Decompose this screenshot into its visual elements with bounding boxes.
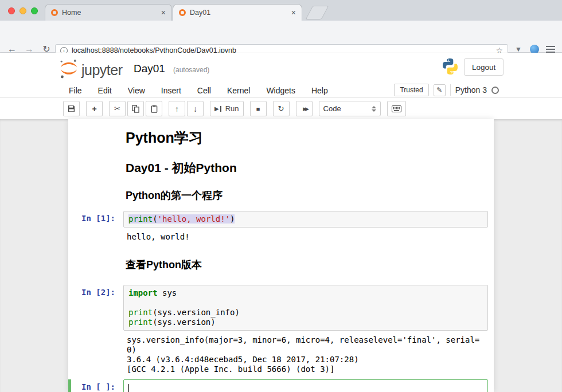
restart-run-all-button[interactable]: ▶▶ [296,101,313,116]
menu-file[interactable]: File [69,86,82,95]
edit-mode-pencil-icon: ✎ [434,84,446,96]
zoom-window-button[interactable] [31,7,38,14]
trusted-badge[interactable]: Trusted [394,84,428,96]
markdown-cell-h2[interactable]: Day01 - 初始Python [68,160,494,175]
step-bar-icon [220,106,221,112]
move-cell-up-button[interactable]: ↑ [169,101,185,116]
cell-output: sys.version_info(major=3, minor=6, micro… [123,335,480,374]
code-input-3[interactable] [123,379,488,392]
menu-edit[interactable]: Edit [98,86,112,95]
menu-help[interactable]: Help [311,86,328,95]
menu-cell[interactable]: Cell [197,86,211,95]
tab-title: Home [62,9,81,17]
markdown-cell-h3-second[interactable]: 查看Python版本 [68,259,494,271]
copy-cell-button[interactable] [127,101,144,116]
command-palette-button[interactable] [387,101,406,116]
browser-tab-day01[interactable]: Day01 × [173,4,302,21]
heading-first-program: Python的第一个程序 [123,190,488,202]
jupyter-favicon [51,9,58,16]
heading-check-version: 查看Python版本 [123,259,488,271]
python-logo-icon [442,58,459,77]
markdown-cell-h3-first[interactable]: Python的第一个程序 [68,190,494,202]
menu-insert[interactable]: Insert [161,86,181,95]
paste-cell-button[interactable] [146,101,162,116]
code-cell-2[interactable]: In [2]: import sys print(sys.version_inf… [68,285,494,331]
run-cell-button[interactable]: ▶Run [210,101,244,116]
dropdown-arrows-icon [372,106,376,112]
cut-cell-button[interactable]: ✂ [109,101,126,116]
jupyter-favicon [179,9,186,16]
extension-icon[interactable]: ▼ [515,45,522,53]
save-icon [68,105,75,112]
input-prompt: In [ ]: [68,379,123,392]
save-button[interactable] [63,101,80,116]
move-cell-down-button[interactable]: ↓ [187,101,204,116]
divider [0,97,562,98]
jupyter-logo[interactable]: jupyter [59,58,123,79]
kernel-name: Python 3 [455,85,487,95]
menu-widgets[interactable]: Widgets [266,86,295,95]
heading-python-study: Python学习 [123,130,488,146]
menubar-right-cluster: Trusted ✎ Python 3 [394,83,499,97]
code-cell-3-selected[interactable]: In [ ]: [68,379,494,392]
input-prompt: In [2]: [68,285,123,331]
notebook-body: Python学习 Day01 - 初始Python Python的第一个程序 I… [0,119,562,392]
browser-toolbar-area: ← → ↻ i localhost:8888/notebooks/PythonC… [0,21,562,53]
notebook-menubar: File Edit View Insert Cell Kernel Widget… [69,84,328,97]
keyboard-icon [392,105,401,112]
output-area-1: hello, world! [68,232,494,242]
minimize-window-button[interactable] [19,7,26,14]
interrupt-kernel-button[interactable]: ■ [250,101,267,116]
code-input-2[interactable]: import sys print(sys.version_info) print… [123,285,488,331]
play-icon: ▶ [214,105,219,112]
kernel-status-icon [491,87,499,94]
close-tab-icon[interactable]: × [161,9,166,17]
tab-title: Day01 [190,9,210,17]
heading-day01: Day01 - 初始Python [123,160,488,175]
cell-type-dropdown[interactable]: Code [319,101,381,116]
logout-button[interactable]: Logout [464,58,504,76]
menu-kernel[interactable]: Kernel [227,86,250,95]
restart-kernel-button[interactable]: ↻ [273,101,290,116]
selected-code: print('hello, world!') [128,214,235,224]
paste-icon [151,105,158,113]
notebook-page: Python学习 Day01 - 初始Python Python的第一个程序 I… [68,119,494,392]
jupyter-logo-icon [59,58,79,79]
checkpoint-status: (autosaved) [173,66,209,74]
close-tab-icon[interactable]: × [291,9,296,17]
new-tab-button[interactable] [306,6,329,19]
text-cursor [128,384,129,392]
output-area-2: sys.version_info(major=3, minor=6, micro… [68,335,494,374]
jupyter-logo-text: jupyter [81,62,123,79]
divider [450,84,451,96]
notebook-toolbar: + ✂ ↑ ↓ ▶Run ■ ↻ ▶▶ Code [63,101,406,116]
notebook-title[interactable]: Day01 [134,62,165,75]
browser-tab-strip: Home × Day01 × [0,0,562,21]
browser-tab-home[interactable]: Home × [45,4,172,21]
markdown-cell-h1[interactable]: Python学习 [68,130,494,146]
input-prompt: In [1]: [68,211,123,228]
code-input-1[interactable]: print('hello, world!') [123,211,488,228]
cell-output: hello, world! [123,232,480,242]
close-window-button[interactable] [8,7,15,14]
code-cell-1[interactable]: In [1]: print('hello, world!') [68,211,494,228]
copy-icon [132,105,139,113]
jupyter-header: jupyter Day01 (autosaved) Logout File Ed… [0,53,562,119]
menu-view[interactable]: View [128,86,145,95]
add-cell-button[interactable]: + [86,101,103,116]
